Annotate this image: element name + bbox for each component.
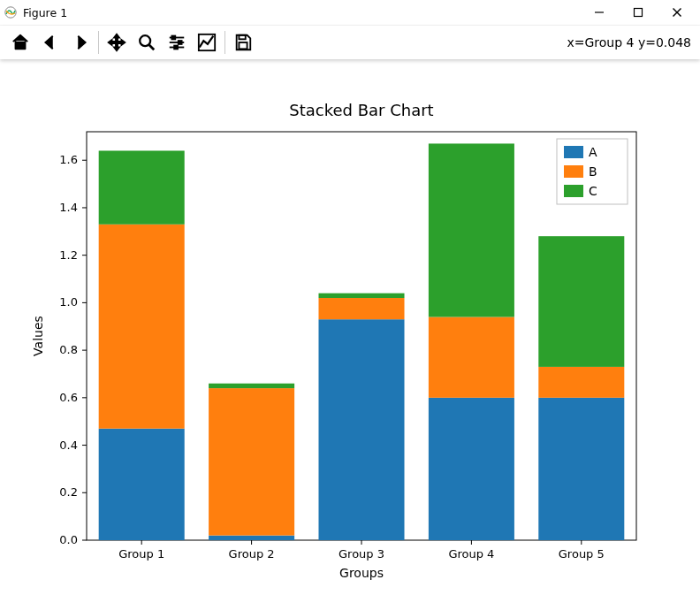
y-tick-label: 1.2: [59, 248, 78, 262]
chart-title: Stacked Bar Chart: [289, 101, 433, 119]
app-icon: [4, 5, 18, 19]
toolbar-separator: [98, 31, 99, 54]
svg-rect-2: [635, 9, 643, 17]
y-tick-label: 0.6: [59, 391, 78, 404]
bar-segment: [99, 150, 185, 224]
y-tick-label: 0.0: [59, 533, 78, 546]
bar-segment: [429, 398, 514, 540]
forward-button[interactable]: [65, 29, 95, 56]
bar-segment: [429, 317, 514, 398]
close-button[interactable]: [658, 1, 696, 24]
y-tick-label: 0.2: [59, 485, 78, 499]
legend-swatch: [564, 165, 583, 178]
bar-segment: [538, 367, 624, 398]
bar-segment: [99, 429, 185, 540]
svg-rect-12: [174, 46, 178, 50]
edit-axes-button[interactable]: [192, 29, 222, 56]
pan-button[interactable]: [102, 29, 132, 56]
svg-line-6: [149, 45, 155, 50]
svg-rect-14: [239, 35, 245, 40]
back-button[interactable]: [35, 29, 65, 56]
cursor-status: x=Group 4 y=0.048: [567, 35, 695, 50]
svg-rect-10: [172, 36, 176, 40]
legend-label: B: [589, 164, 597, 179]
y-tick-label: 0.4: [59, 439, 78, 452]
y-tick-label: 1.0: [59, 295, 78, 309]
bar-segment: [538, 236, 624, 367]
y-tick-label: 1.4: [59, 201, 78, 214]
x-tick-label: Group 1: [118, 547, 164, 561]
x-axis-label: Groups: [339, 566, 384, 580]
bar-segment: [99, 225, 185, 429]
legend-label: C: [589, 184, 597, 198]
bar-segment: [209, 536, 294, 540]
figure-canvas[interactable]: 0.00.20.40.60.81.01.21.41.6Group 1Group …: [0, 59, 700, 595]
window-titlebar: Figure 1: [0, 0, 700, 26]
legend-label: A: [589, 145, 597, 159]
matplotlib-toolbar: x=Group 4 y=0.048: [0, 26, 700, 59]
zoom-button[interactable]: [132, 29, 162, 56]
configure-subplots-button[interactable]: [162, 29, 192, 56]
x-tick-label: Group 5: [559, 547, 605, 561]
bar-segment: [318, 319, 404, 540]
legend-swatch: [564, 146, 583, 158]
x-tick-label: Group 4: [448, 547, 494, 561]
svg-point-5: [140, 35, 150, 46]
legend-swatch: [564, 185, 583, 197]
y-axis-label: Values: [31, 316, 45, 356]
window-title: Figure 1: [23, 6, 67, 19]
save-button[interactable]: [228, 29, 258, 56]
bar-segment: [209, 388, 294, 536]
x-tick-label: Group 2: [229, 547, 275, 561]
x-tick-label: Group 3: [339, 547, 384, 561]
y-tick-label: 1.6: [59, 153, 78, 166]
home-button[interactable]: [5, 29, 35, 56]
svg-rect-15: [239, 42, 247, 49]
bar-segment: [318, 298, 404, 319]
minimize-button[interactable]: [580, 1, 619, 24]
bar-segment: [429, 143, 514, 317]
bar-segment: [209, 384, 294, 388]
bar-segment: [318, 294, 404, 298]
toolbar-separator: [224, 31, 225, 54]
bar-segment: [538, 398, 624, 540]
svg-rect-11: [179, 41, 182, 44]
maximize-button[interactable]: [619, 1, 658, 24]
y-tick-label: 0.8: [59, 343, 78, 356]
